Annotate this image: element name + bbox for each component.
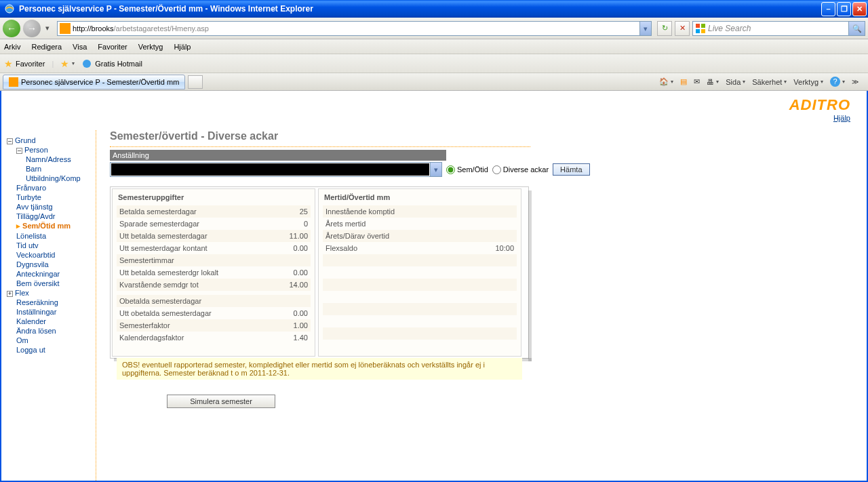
- ie-page-icon: [81, 58, 92, 69]
- menu-bar: Arkiv Redigera Visa Favoriter Verktyg Hj…: [0, 39, 868, 54]
- mail-button[interactable]: ✉: [694, 77, 700, 86]
- favorites-bar: ★Favoriter | ★▾ Gratis Hotmail: [0, 54, 868, 73]
- favorites-button[interactable]: ★Favoriter: [4, 58, 45, 69]
- search-box[interactable]: Live Search 🔍: [692, 21, 865, 36]
- print-button[interactable]: 🖶▾: [707, 78, 719, 86]
- refresh-button[interactable]: ↻: [657, 21, 672, 36]
- svg-point-5: [83, 60, 91, 68]
- star-icon: ★: [4, 58, 13, 69]
- nav-toolbar: ← → ▾ http://brooks/arbetstagaretest/Hme…: [0, 18, 868, 39]
- home-icon: 🏠: [659, 77, 669, 86]
- nav-history-dropdown[interactable]: ▾: [43, 24, 52, 33]
- window-title: Personec självservice P - Semester/Övert…: [18, 4, 821, 14]
- minimize-button[interactable]: –: [821, 2, 835, 16]
- address-text: http://brooks/arbetstagaretest/Hmeny.asp: [73, 24, 639, 33]
- stop-button[interactable]: ✕: [675, 21, 690, 36]
- page-menu[interactable]: Sida▾: [726, 78, 745, 86]
- window-titlebar: Personec självservice P - Semester/Övert…: [0, 0, 868, 18]
- tab-bar: Personec självservice P - Semester/Övert…: [0, 73, 868, 91]
- tools-menu[interactable]: Verktyg▾: [793, 78, 823, 86]
- star-add-icon: ★: [60, 58, 69, 69]
- svg-rect-2: [701, 24, 705, 28]
- menu-favoriter[interactable]: Favoriter: [98, 43, 127, 51]
- address-bar[interactable]: http://brooks/arbetstagaretest/Hmeny.asp…: [57, 21, 652, 36]
- menu-arkiv[interactable]: Arkiv: [4, 43, 20, 51]
- back-button[interactable]: ←: [3, 20, 20, 37]
- more-chevron[interactable]: ≫: [852, 78, 859, 85]
- search-button[interactable]: 🔍: [848, 22, 865, 35]
- add-favorite-button[interactable]: ★▾: [60, 58, 75, 69]
- browser-tab[interactable]: Personec självservice P - Semester/Övert…: [3, 75, 185, 89]
- address-dropdown[interactable]: ▾: [639, 22, 651, 35]
- svg-rect-4: [701, 29, 705, 33]
- restore-button[interactable]: ❐: [837, 2, 851, 16]
- svg-rect-3: [696, 29, 700, 33]
- tab-label: Personec självservice P - Semester/Övert…: [21, 78, 179, 86]
- home-button[interactable]: 🏠▾: [659, 77, 673, 86]
- fav-hotmail[interactable]: Gratis Hotmail: [81, 58, 142, 69]
- menu-visa[interactable]: Visa: [73, 43, 87, 51]
- menu-redigera[interactable]: Redigera: [31, 43, 62, 51]
- live-search-icon: [695, 23, 706, 34]
- help-button[interactable]: ?▾: [830, 77, 845, 87]
- rss-icon: ▤: [680, 77, 687, 86]
- close-button[interactable]: ✕: [852, 2, 867, 16]
- forward-button[interactable]: →: [23, 20, 41, 37]
- safety-menu[interactable]: Säkerhet▾: [752, 78, 787, 86]
- search-placeholder: Live Search: [708, 24, 848, 33]
- help-icon: ?: [830, 77, 840, 87]
- ie-icon: [4, 3, 15, 14]
- new-tab-button[interactable]: [188, 75, 203, 89]
- mail-icon: ✉: [694, 77, 700, 86]
- menu-verktyg[interactable]: Verktyg: [138, 43, 163, 51]
- tab-site-icon: [9, 77, 18, 87]
- menu-hjalp[interactable]: Hjälp: [174, 43, 191, 51]
- print-icon: 🖶: [707, 78, 714, 86]
- svg-rect-1: [696, 24, 700, 28]
- feeds-button[interactable]: ▤: [680, 77, 687, 86]
- site-icon: [60, 23, 71, 34]
